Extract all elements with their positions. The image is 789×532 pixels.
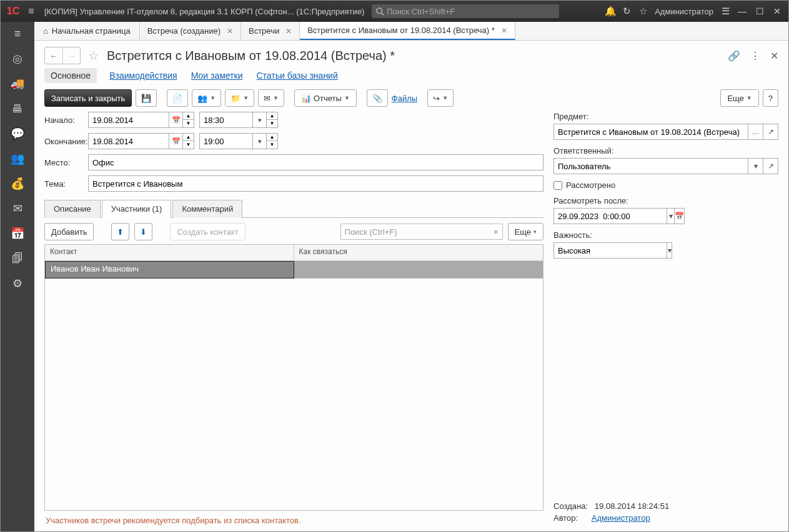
nav-kb[interactable]: Статьи базы знаний [255,68,339,83]
save-button[interactable]: 💾 [136,89,157,107]
close-window-button[interactable]: ✕ [768,6,786,16]
link-icon[interactable]: 🔗 [728,50,740,62]
nav-interactions[interactable]: Взаимодействия [108,68,179,83]
close-icon[interactable]: ✕ [285,27,292,36]
chat-icon[interactable]: 💬 [10,127,25,140]
reviewed-checkbox[interactable] [553,181,562,190]
printer-icon[interactable]: 🖶 [10,102,25,116]
subject-input[interactable] [88,175,543,192]
dropdown-icon[interactable]: ▾ [667,208,675,224]
back-button[interactable]: ← [45,47,62,64]
review-after-input[interactable] [553,208,667,224]
page-title: Встретится с Ивановым от 19.08.2014 (Вст… [107,49,718,63]
money-icon[interactable]: 💰 [10,177,25,190]
participants-more-button[interactable]: Еще ▾ [508,223,543,240]
participants-toolbar: Добавить ⬆ ⬇ Создать контакт Поиск (Ctrl… [44,223,543,240]
tab-participants[interactable]: Участники (1) [102,200,172,218]
more-icon[interactable]: ⋮ [750,50,760,62]
calendar-icon[interactable]: 📅 [10,227,25,240]
panel-icon[interactable]: ☰ [717,6,733,17]
place-input[interactable] [88,154,543,170]
tab-description[interactable]: Описание [44,200,101,218]
bell-icon[interactable]: 🔔 [602,6,618,17]
app-logo: 1C [3,6,23,17]
people-button[interactable]: 👥 ▼ [192,89,221,107]
move-up-button[interactable]: ⬆ [111,223,129,240]
created-value: 19.08.2014 18:24:51 [595,501,669,511]
doc-button[interactable]: 📄 [167,89,188,107]
folder-button[interactable]: 📁 ▼ [225,89,254,107]
history-icon[interactable]: ↻ [618,6,635,17]
user-label[interactable]: Администратор [655,7,713,16]
table-row[interactable]: Иванов Иван Иванович [45,261,543,278]
users-icon[interactable]: 👥 [10,152,25,165]
reviewed-row[interactable]: Рассмотрено [553,180,778,190]
start-date-input[interactable] [88,112,169,128]
dropdown-icon[interactable]: ▾ [748,158,763,174]
menu-icon[interactable]: ≡ [10,27,25,41]
time-spinner[interactable]: ▲▼ [267,112,278,128]
main-menu-icon[interactable]: ≡ [23,6,39,17]
responsible-input[interactable] [553,158,748,174]
global-search-input[interactable]: Поиск Ctrl+Shift+F [372,4,559,18]
importance-input[interactable] [553,242,667,259]
participants-search-input[interactable]: Поиск (Ctrl+F) × [340,224,503,240]
clear-icon[interactable]: × [494,227,499,237]
favorite-star-icon[interactable]: ☆ [88,48,99,63]
clip-icon[interactable]: 📎 [367,89,388,107]
dropdown-icon[interactable]: ▾ [667,242,672,259]
calendar-icon[interactable]: 📅 [675,208,685,224]
save-close-button[interactable]: Записать и закрыть [44,89,132,107]
col-contact[interactable]: Контакт [45,245,294,260]
target-icon[interactable]: ◎ [10,52,25,66]
close-icon[interactable]: ✕ [501,26,507,35]
svg-line-1 [382,13,384,16]
export-button[interactable]: ↪ ▼ [427,89,454,107]
move-down-button[interactable]: ⬇ [134,223,152,240]
mail-icon[interactable]: ✉ [10,202,25,215]
nav-notes[interactable]: Мои заметки [190,68,244,83]
dropdown-icon[interactable]: ▾ [253,112,267,128]
forward-button[interactable]: → [62,47,80,64]
minimize-button[interactable]: — [733,6,751,16]
files-link[interactable]: Файлы [392,94,417,103]
calendar-icon[interactable]: 📅 [169,112,183,128]
author-link[interactable]: Администратор [592,513,650,523]
close-page-button[interactable]: ✕ [770,50,778,62]
tab-current-meeting[interactable]: Встретится с Ивановым от 19.08.2014 (Вст… [300,22,515,40]
reports-button[interactable]: 📊 Отчеты ▼ [294,89,357,107]
tab-meetings[interactable]: Встречи ✕ [241,22,300,40]
tab-meeting-create[interactable]: Встреча (создание) ✕ [140,22,241,40]
start-time-input[interactable] [199,112,253,128]
date-spinner[interactable]: ▲▼ [183,133,194,149]
home-tab-label: Начальная страница [52,26,131,36]
created-label: Создана: [553,501,588,511]
open-button[interactable]: ↗ [763,124,778,140]
end-date-input[interactable] [88,133,169,149]
add-button[interactable]: Добавить [44,223,94,240]
help-button[interactable]: ? [763,89,778,107]
home-tab[interactable]: ⌂ Начальная страница [34,22,140,40]
star-icon[interactable]: ☆ [635,6,651,17]
gear-icon[interactable]: ⚙ [10,277,25,290]
page-nav: Основное Взаимодействия Мои заметки Стат… [34,68,788,89]
col-howto[interactable]: Как связаться [294,245,543,260]
right-subject-input[interactable] [553,124,748,140]
search-placeholder: Поиск Ctrl+Shift+F [387,7,455,16]
subject-row: Тема: [44,175,543,192]
calendar-icon[interactable]: 📅 [169,133,183,149]
truck-icon[interactable]: 🚚 [10,77,25,91]
ellipsis-button[interactable]: … [748,124,763,140]
close-icon[interactable]: ✕ [227,27,233,36]
more-button[interactable]: Еще ▼ [720,89,758,107]
send-button[interactable]: ✉ ▼ [258,89,284,107]
open-button[interactable]: ↗ [763,158,778,174]
nav-main[interactable]: Основное [44,68,97,83]
date-spinner[interactable]: ▲▼ [183,112,194,128]
copy-icon[interactable]: 🗐 [10,252,25,265]
tab-comment[interactable]: Комментарий [172,200,242,218]
time-spinner[interactable]: ▲▼ [267,133,278,149]
maximize-button[interactable]: ☐ [751,6,768,16]
dropdown-icon[interactable]: ▾ [253,133,267,149]
end-time-input[interactable] [199,133,253,149]
